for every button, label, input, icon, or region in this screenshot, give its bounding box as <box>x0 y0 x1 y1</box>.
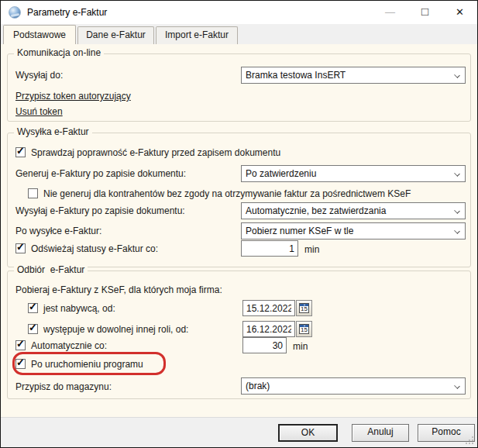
after-send-label: Po wysyłce e-Faktur: <box>15 223 101 239</box>
calendar-icon: 15 <box>299 324 309 334</box>
generate-dropdown[interactable]: Po zatwierdzeniu <box>241 165 466 182</box>
group-komunikacja-online: Komunikacja on-line Wysyłaj do: Bramka t… <box>7 53 471 122</box>
generate-value: Po zatwierdzeniu <box>246 168 316 179</box>
title-bar: Parametry e-Faktur — □ ✕ <box>1 1 477 24</box>
dialog-parametry-e-faktur: Parametry e-Faktur — □ ✕ Podstawowe Dane… <box>0 0 478 448</box>
send-to-dropdown[interactable]: Bramka testowa InsERT <box>241 67 466 84</box>
buyer-checkbox[interactable]: ✓ <box>28 303 38 313</box>
send-to-value: Bramka testowa InsERT <box>246 70 346 81</box>
group-odbior-e-faktur: Odbiór e-Faktur Pobieraj e-Faktury z KSe… <box>7 271 471 399</box>
refresh-statuses-checkbox[interactable]: ✓ <box>15 243 26 253</box>
group-wysylka-e-faktur: Wysyłka e-Faktur ✓ Sprawdzaj poprawność … <box>7 133 471 267</box>
warehouse-dropdown[interactable]: (brak) <box>241 377 466 395</box>
validate-label: Sprawdzaj poprawność e-Faktury przed zap… <box>31 145 280 160</box>
chevron-down-icon <box>454 228 460 234</box>
any-role-checkbox[interactable]: ✓ <box>28 324 38 334</box>
send-after-save-dropdown[interactable]: Automatycznie, bez zatwierdzania <box>241 202 466 219</box>
chevron-down-icon <box>454 72 460 78</box>
buyer-calendar-button[interactable]: 15 <box>296 300 312 316</box>
send-after-save-value: Automatycznie, bez zatwierdzania <box>246 205 386 216</box>
refresh-interval-input[interactable] <box>241 240 298 257</box>
insert-gt-app-icon <box>9 6 21 19</box>
checkmark-icon: ✓ <box>16 242 25 253</box>
send-to-label: Wysyłaj do: <box>15 67 63 83</box>
remove-token-link[interactable]: Usuń token <box>15 104 63 119</box>
any-role-label: występuje w dowolnej innej roli, od: <box>43 322 188 337</box>
checkmark-icon: ✓ <box>29 322 37 333</box>
auto-receive-interval-input[interactable] <box>242 337 287 353</box>
calendar-icon: 15 <box>299 303 309 313</box>
minimize-icon[interactable]: — <box>373 1 408 24</box>
validate-checkbox[interactable]: ✓ <box>15 147 26 157</box>
refresh-statuses-label: Odświeżaj statusy e-Faktur co: <box>31 241 158 257</box>
on-startup-checkbox[interactable]: ✓ <box>15 359 26 369</box>
after-send-dropdown[interactable]: Pobierz numer KSeF w tle <box>241 222 466 240</box>
auto-receive-unit-label: min <box>293 339 308 354</box>
auto-receive-label: Automatycznie co: <box>31 338 107 353</box>
tab-import-e-faktur[interactable]: Import e-Faktur <box>156 26 238 44</box>
window-title: Parametry e-Faktur <box>27 7 107 18</box>
checkmark-icon: ✓ <box>16 357 25 368</box>
chevron-down-icon <box>454 208 460 214</box>
auto-receive-checkbox[interactable]: ✓ <box>15 340 26 350</box>
any-role-date-input[interactable] <box>242 321 295 337</box>
generate-label: Generuj e-Faktury po zapisie dokumentu: <box>15 166 186 181</box>
close-icon[interactable]: ✕ <box>442 1 477 24</box>
footer-bar: OK Anuluj Pomoc <box>1 417 477 447</box>
group-title: Komunikacja on-line <box>14 47 104 58</box>
buyer-date-input[interactable] <box>242 300 295 316</box>
chevron-down-icon <box>454 383 460 389</box>
chevron-down-icon <box>454 171 460 177</box>
buyer-label: jest nabywcą, od: <box>43 301 115 316</box>
checkmark-icon: ✓ <box>16 339 25 350</box>
receive-intro-label: Pobieraj e-Faktury z KSeF, dla których m… <box>15 282 222 298</box>
checkmark-icon: ✓ <box>29 302 37 312</box>
on-startup-label: Po uruchomieniu programu <box>31 357 143 372</box>
tab-podstawowe[interactable]: Podstawowe <box>3 25 76 44</box>
resize-grip[interactable] <box>466 436 474 445</box>
group-title: Odbiór e-Faktur <box>14 264 88 275</box>
assign-token-link[interactable]: Przypisz token autoryzujący <box>15 88 131 104</box>
checkmark-icon: ✓ <box>16 146 25 157</box>
any-role-calendar-button[interactable]: 15 <box>296 321 312 337</box>
maximize-icon[interactable]: □ <box>408 1 442 24</box>
warehouse-value: (brak) <box>246 381 270 391</box>
after-send-value: Pobierz numer KSeF w tle <box>246 226 353 236</box>
ok-button[interactable]: OK <box>278 424 338 442</box>
refresh-unit-label: min <box>304 242 319 257</box>
group-title: Wysyłka e-Faktur <box>14 126 92 137</box>
no-generate-checkbox[interactable] <box>28 188 38 198</box>
warehouse-label: Przypisz do magazynu: <box>15 379 112 395</box>
cancel-button[interactable]: Anuluj <box>352 424 409 442</box>
send-after-save-label: Wysyłaj e-Faktury po zapisie dokumentu: <box>15 203 185 219</box>
tab-strip: Podstawowe Dane e-Faktur Import e-Faktur <box>1 24 477 44</box>
no-generate-label: Nie generuj dla kontrahentów bez zgody n… <box>43 186 411 202</box>
tab-dane-e-faktur[interactable]: Dane e-Faktur <box>77 26 154 44</box>
